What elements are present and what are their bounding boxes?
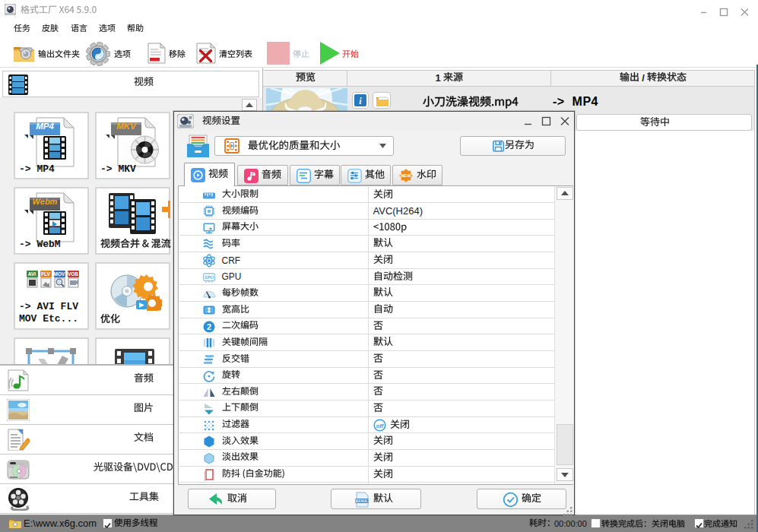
svg-text:NEW: NEW	[401, 173, 411, 178]
svg-text:MOV: MOV	[54, 271, 65, 277]
svg-text:VOB: VOB	[68, 271, 78, 277]
svg-text:AVI: AVI	[28, 271, 36, 277]
svg-text:2: 2	[207, 322, 211, 331]
svg-text:FLV: FLV	[41, 271, 50, 277]
svg-text:GPU: GPU	[205, 275, 214, 280]
svg-text:DEFAULT: DEFAULT	[354, 499, 369, 502]
svg-text:off: off	[376, 423, 384, 429]
